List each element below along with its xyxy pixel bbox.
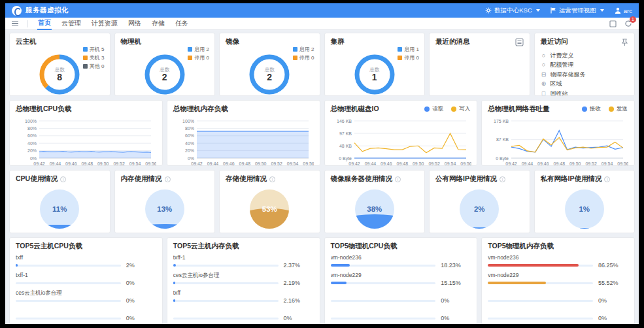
- top5-bar-track: [16, 300, 121, 302]
- top5-item: txff2.16%: [173, 289, 314, 304]
- brand: 服务器虚拟化: [12, 6, 69, 16]
- svg-text:20%: 20%: [185, 148, 194, 153]
- tab-storage[interactable]: 存储: [151, 18, 165, 29]
- top5-bar-track: [331, 265, 436, 267]
- top5-item-label: vm-node236: [331, 254, 471, 261]
- apps-menu-icon[interactable]: [12, 21, 18, 27]
- svg-text:09:46: 09:46: [65, 161, 77, 166]
- svg-text:97 KB: 97 KB: [339, 131, 351, 136]
- top5-item: 0%: [331, 289, 471, 304]
- legend-item[interactable]: 发送: [609, 105, 628, 113]
- top5-item-value: 0%: [126, 297, 156, 304]
- chart-svg: 0 Byte48 KB97 KB146 KB09:4209:4409:4609:…: [331, 116, 471, 166]
- svg-text:09:54: 09:54: [129, 161, 141, 166]
- legend-item: 其他 0: [83, 63, 105, 70]
- usage-title: 私有网络IP使用情况: [541, 174, 602, 184]
- info-icon[interactable]: [395, 176, 401, 182]
- info-icon[interactable]: [165, 176, 171, 182]
- top5-item: vm-node22915.15%: [331, 272, 471, 286]
- liquid-gauge: 38%: [355, 189, 394, 229]
- nav-item-recycle[interactable]: □回收站: [541, 91, 629, 96]
- summary-card-cloud-hosts: 云主机 开机 5关机 3其他 0 总数 8: [9, 33, 110, 96]
- top5-title: TOP5云主机CPU负载: [16, 242, 156, 251]
- tab-tasks[interactable]: 任务: [175, 18, 189, 29]
- legend-dot: [582, 107, 587, 112]
- info-icon[interactable]: [604, 176, 610, 182]
- legend-item[interactable]: 读取: [424, 105, 443, 113]
- top5-item-label: ces云主机io参台理: [16, 289, 156, 296]
- tab-cloud-mgmt[interactable]: 云管理: [61, 18, 82, 29]
- svg-text:100%: 100%: [182, 119, 194, 123]
- chart-card-disk-io: 总物理机磁盘IO 读取写入 0 Byte48 KB97 KB146 KB09:4…: [324, 100, 478, 166]
- nav-item-billing[interactable]: ○计费定义: [541, 53, 629, 59]
- top5-bar-fill: [488, 264, 579, 267]
- liquid-gauge: 2%: [460, 189, 499, 229]
- legend-dot: [609, 107, 614, 112]
- notifications-refresh-icon[interactable]: 1: [624, 20, 632, 27]
- tab-compute[interactable]: 计算资源: [91, 18, 118, 29]
- message-list-icon[interactable]: [515, 37, 524, 49]
- donut-total-value: 1: [372, 73, 377, 82]
- svg-text:175 KB: 175 KB: [494, 119, 509, 123]
- legend-item[interactable]: 写入: [451, 105, 470, 113]
- usage-card-public-ip: 公有网络IP使用情况 2%: [429, 170, 530, 233]
- svg-text:09:56: 09:56: [145, 161, 156, 166]
- tab-home[interactable]: 首页: [37, 17, 52, 30]
- usage-value: 13%: [145, 189, 184, 229]
- info-icon[interactable]: [500, 176, 505, 182]
- svg-text:09:46: 09:46: [537, 161, 549, 166]
- recent-messages-card: 最近的消息: [429, 33, 530, 96]
- donut-chart: 总数 2: [249, 54, 290, 95]
- fullscreen-icon[interactable]: [609, 20, 617, 27]
- pin-icon[interactable]: [621, 37, 628, 49]
- top5-item-value: 0%: [598, 315, 628, 321]
- info-icon[interactable]: [60, 176, 66, 182]
- nav-item-storage-service[interactable]: ⊟物理存储服务: [541, 72, 629, 78]
- user-menu[interactable]: arc: [615, 7, 632, 14]
- top5-bar-fill: [173, 299, 176, 302]
- svg-text:100%: 100%: [25, 119, 37, 123]
- top5-item-label: [488, 307, 628, 314]
- nav-item-region[interactable]: ⊕区域: [541, 81, 629, 88]
- top5-item: vm-node23618.23%: [331, 254, 471, 269]
- username: arc: [624, 7, 632, 14]
- legend-swatch: [83, 64, 88, 69]
- top5-item: ces云主机io参台理2.19%: [173, 272, 314, 286]
- top5-item-value: 0%: [441, 315, 471, 321]
- svg-text:09:56: 09:56: [617, 161, 628, 166]
- svg-text:09:46: 09:46: [223, 161, 235, 166]
- datacenter-label: 数据中心KSC: [494, 7, 532, 15]
- svg-text:40%: 40%: [185, 141, 194, 146]
- svg-text:0%: 0%: [188, 156, 194, 161]
- datacenter-selector[interactable]: 数据中心KSC: [485, 7, 540, 15]
- top5-bar-track: [331, 282, 436, 284]
- top5-item-label: txff-1: [16, 272, 156, 278]
- svg-text:09:44: 09:44: [522, 161, 534, 166]
- svg-text:09:50: 09:50: [412, 161, 424, 166]
- top5-item-label: txff: [173, 289, 314, 296]
- tab-network[interactable]: 网络: [127, 18, 142, 29]
- svg-text:09:50: 09:50: [255, 161, 267, 166]
- top5-item-label: [16, 307, 156, 314]
- view-selector[interactable]: 运营管理视图: [551, 7, 604, 15]
- top5-item: 0%: [173, 307, 314, 321]
- info-icon[interactable]: [269, 176, 275, 182]
- svg-text:09:44: 09:44: [207, 161, 218, 166]
- chart-svg: 0%20%40%60%80%100%09:4209:4409:4609:4809…: [173, 116, 314, 166]
- svg-text:09:52: 09:52: [113, 161, 125, 166]
- legend-item[interactable]: 接收: [582, 105, 601, 113]
- donut-total-value: 2: [162, 73, 167, 82]
- chart-title: 总物理机内存负载: [173, 105, 314, 114]
- svg-text:0 Byte: 0 Byte: [496, 156, 509, 161]
- summary-card-physical-machines: 物理机 启用 2停用 0 总数 2: [114, 33, 216, 96]
- chart-svg: 0%20%40%60%80%100%09:4209:4409:4609:4809…: [16, 116, 156, 166]
- svg-text:09:44: 09:44: [50, 161, 61, 166]
- top5-item-value: 2.37%: [284, 262, 314, 269]
- view-label: 运营管理视图: [559, 7, 596, 15]
- legend-item: 开机 5: [83, 46, 105, 53]
- legend-dot: [451, 107, 456, 112]
- menu-bar-right: 1: [609, 20, 632, 27]
- svg-text:09:48: 09:48: [82, 161, 93, 166]
- nav-item-quota[interactable]: ○配额管理: [541, 62, 629, 69]
- top5-item-value: 18.23%: [441, 262, 471, 269]
